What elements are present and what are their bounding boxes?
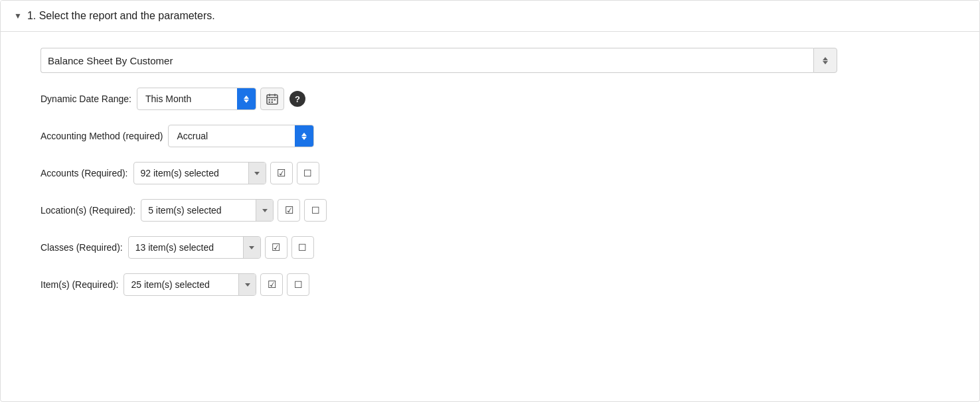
accounting-method-row: Accounting Method (required) Accrual — [41, 125, 939, 147]
items-arrow-icon — [245, 283, 250, 287]
dropdown-arrow-icon — [823, 57, 828, 64]
dynamic-date-range-label: Dynamic Date Range: — [41, 94, 131, 104]
locations-select[interactable]: 5 item(s) selected — [141, 199, 274, 222]
items-dropdown-btn[interactable] — [238, 273, 256, 296]
items-value: 25 item(s) selected — [124, 279, 238, 290]
classes-dropdown-btn[interactable] — [243, 236, 260, 259]
svg-rect-4 — [268, 99, 270, 100]
locations-row: Location(s) (Required): 5 item(s) select… — [41, 199, 939, 222]
report-parameters-panel: ▼ 1. Select the report and the parameter… — [0, 0, 980, 402]
locations-value: 5 item(s) selected — [141, 205, 256, 216]
items-select-wrapper: 25 item(s) selected ☑ ☐ — [123, 273, 309, 296]
square-icon: ☐ — [311, 205, 320, 216]
accounting-wrapper: Accrual — [168, 125, 314, 147]
locations-dropdown-btn[interactable] — [256, 199, 273, 222]
locations-deselect-all-btn[interactable]: ☐ — [304, 199, 327, 222]
locations-label: Location(s) (Required): — [41, 205, 135, 216]
accounts-value: 92 item(s) selected — [134, 168, 248, 178]
locations-select-all-btn[interactable]: ☑ — [278, 199, 300, 222]
accounts-arrow-icon — [254, 172, 260, 175]
classes-select[interactable]: 13 item(s) selected — [128, 236, 261, 259]
items-label: Item(s) (Required): — [41, 279, 118, 290]
square-icon: ☐ — [294, 279, 303, 290]
section-title: 1. Select the report and the parameters. — [27, 10, 215, 22]
classes-select-all-btn[interactable]: ☑ — [265, 236, 287, 259]
checkmark-icon: ☑ — [268, 279, 276, 291]
report-selector-row: Balance Sheet By Customer — [41, 48, 939, 73]
report-select-wrapper: Balance Sheet By Customer — [41, 48, 837, 73]
date-range-arrow-icon — [244, 96, 249, 103]
date-range-arrows-btn[interactable] — [237, 88, 256, 110]
checkmark-icon: ☑ — [277, 167, 286, 179]
items-select[interactable]: 25 item(s) selected — [123, 273, 256, 296]
accounts-select-wrapper: 92 item(s) selected ☑ ☐ — [133, 162, 319, 184]
accounting-arrows-btn[interactable] — [295, 125, 313, 147]
accounts-select-all-btn[interactable]: ☑ — [270, 162, 293, 184]
date-range-wrapper: This Month — [137, 88, 305, 110]
items-deselect-all-btn[interactable]: ☐ — [287, 273, 309, 296]
report-select-dropdown-btn[interactable] — [813, 48, 837, 73]
svg-rect-6 — [274, 99, 276, 100]
classes-value: 13 item(s) selected — [129, 242, 243, 253]
classes-row: Classes (Required): 13 item(s) selected … — [41, 236, 939, 259]
items-select-all-btn[interactable]: ☑ — [260, 273, 283, 296]
checkmark-icon: ☑ — [272, 241, 280, 253]
accounting-arrow-icon — [301, 133, 307, 140]
checkmark-icon: ☑ — [285, 204, 293, 216]
classes-select-wrapper: 13 item(s) selected ☑ ☐ — [128, 236, 314, 259]
accounting-method-label: Accounting Method (required) — [41, 131, 163, 141]
svg-rect-5 — [271, 99, 273, 100]
date-range-select[interactable]: This Month — [137, 88, 256, 110]
accounting-select[interactable]: Accrual — [168, 125, 314, 147]
svg-rect-7 — [268, 101, 270, 103]
locations-arrow-icon — [262, 209, 268, 212]
square-icon: ☐ — [303, 168, 312, 178]
date-range-value: This Month — [137, 94, 237, 104]
svg-rect-8 — [271, 101, 273, 103]
collapse-arrow-icon[interactable]: ▼ — [14, 11, 22, 21]
items-row: Item(s) (Required): 25 item(s) selected … — [41, 273, 939, 296]
report-select-input[interactable]: Balance Sheet By Customer — [41, 48, 813, 73]
accounts-row: Accounts (Required): 92 item(s) selected… — [41, 162, 939, 184]
classes-arrow-icon — [249, 246, 254, 249]
accounts-select[interactable]: 92 item(s) selected — [133, 162, 266, 184]
accounting-value: Accrual — [169, 131, 295, 141]
classes-deselect-all-btn[interactable]: ☐ — [291, 236, 314, 259]
calendar-icon — [266, 94, 278, 105]
classes-label: Classes (Required): — [41, 242, 123, 253]
calendar-btn[interactable] — [260, 88, 284, 110]
section-header: ▼ 1. Select the report and the parameter… — [1, 1, 979, 32]
accounts-dropdown-btn[interactable] — [248, 162, 266, 184]
dynamic-date-range-row: Dynamic Date Range: This Month — [41, 88, 939, 110]
locations-select-wrapper: 5 item(s) selected ☑ ☐ — [141, 199, 327, 222]
help-icon[interactable]: ? — [289, 91, 305, 107]
help-icon-label: ? — [295, 94, 300, 104]
section-body: Balance Sheet By Customer Dynamic Date R… — [1, 32, 979, 330]
square-icon: ☐ — [298, 242, 307, 253]
accounts-deselect-all-btn[interactable]: ☐ — [297, 162, 319, 184]
accounts-label: Accounts (Required): — [41, 168, 128, 178]
